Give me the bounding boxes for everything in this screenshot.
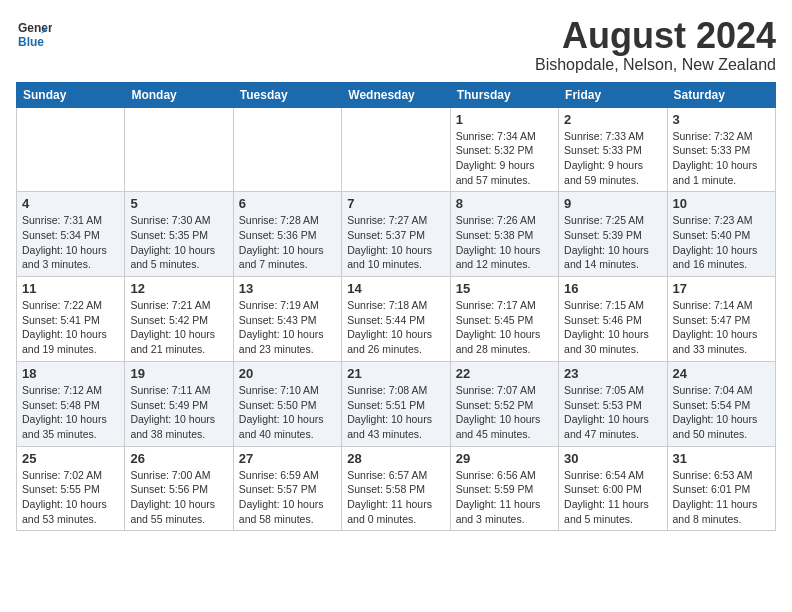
day-info: Sunrise: 6:57 AMSunset: 5:58 PMDaylight:… [347, 468, 444, 527]
day-number: 15 [456, 281, 553, 296]
day-info: Sunrise: 6:53 AMSunset: 6:01 PMDaylight:… [673, 468, 770, 527]
day-info: Sunrise: 7:33 AMSunset: 5:33 PMDaylight:… [564, 129, 661, 188]
table-row: 10Sunrise: 7:23 AMSunset: 5:40 PMDayligh… [667, 192, 775, 277]
table-row: 8Sunrise: 7:26 AMSunset: 5:38 PMDaylight… [450, 192, 558, 277]
day-number: 30 [564, 451, 661, 466]
day-number: 1 [456, 112, 553, 127]
table-row: 15Sunrise: 7:17 AMSunset: 5:45 PMDayligh… [450, 277, 558, 362]
day-number: 14 [347, 281, 444, 296]
table-row: 26Sunrise: 7:00 AMSunset: 5:56 PMDayligh… [125, 446, 233, 531]
day-number: 13 [239, 281, 336, 296]
header-monday: Monday [125, 82, 233, 107]
table-row: 20Sunrise: 7:10 AMSunset: 5:50 PMDayligh… [233, 361, 341, 446]
day-number: 23 [564, 366, 661, 381]
table-row: 11Sunrise: 7:22 AMSunset: 5:41 PMDayligh… [17, 277, 125, 362]
day-number: 26 [130, 451, 227, 466]
day-number: 17 [673, 281, 770, 296]
calendar-body: 1Sunrise: 7:34 AMSunset: 5:32 PMDaylight… [17, 107, 776, 531]
calendar-week-row: 4Sunrise: 7:31 AMSunset: 5:34 PMDaylight… [17, 192, 776, 277]
day-number: 10 [673, 196, 770, 211]
day-number: 5 [130, 196, 227, 211]
location-title: Bishopdale, Nelson, New Zealand [535, 56, 776, 74]
day-info: Sunrise: 7:32 AMSunset: 5:33 PMDaylight:… [673, 129, 770, 188]
calendar-week-row: 25Sunrise: 7:02 AMSunset: 5:55 PMDayligh… [17, 446, 776, 531]
table-row: 25Sunrise: 7:02 AMSunset: 5:55 PMDayligh… [17, 446, 125, 531]
day-info: Sunrise: 7:27 AMSunset: 5:37 PMDaylight:… [347, 213, 444, 272]
table-row: 28Sunrise: 6:57 AMSunset: 5:58 PMDayligh… [342, 446, 450, 531]
table-row: 23Sunrise: 7:05 AMSunset: 5:53 PMDayligh… [559, 361, 667, 446]
day-number: 24 [673, 366, 770, 381]
day-number: 6 [239, 196, 336, 211]
day-info: Sunrise: 7:05 AMSunset: 5:53 PMDaylight:… [564, 383, 661, 442]
table-row [342, 107, 450, 192]
day-info: Sunrise: 7:14 AMSunset: 5:47 PMDaylight:… [673, 298, 770, 357]
table-row: 22Sunrise: 7:07 AMSunset: 5:52 PMDayligh… [450, 361, 558, 446]
calendar-header-row: Sunday Monday Tuesday Wednesday Thursday… [17, 82, 776, 107]
day-number: 11 [22, 281, 119, 296]
table-row: 31Sunrise: 6:53 AMSunset: 6:01 PMDayligh… [667, 446, 775, 531]
day-info: Sunrise: 7:23 AMSunset: 5:40 PMDaylight:… [673, 213, 770, 272]
table-row: 7Sunrise: 7:27 AMSunset: 5:37 PMDaylight… [342, 192, 450, 277]
day-info: Sunrise: 7:07 AMSunset: 5:52 PMDaylight:… [456, 383, 553, 442]
table-row [125, 107, 233, 192]
day-info: Sunrise: 7:12 AMSunset: 5:48 PMDaylight:… [22, 383, 119, 442]
day-number: 16 [564, 281, 661, 296]
table-row: 30Sunrise: 6:54 AMSunset: 6:00 PMDayligh… [559, 446, 667, 531]
day-number: 25 [22, 451, 119, 466]
table-row: 16Sunrise: 7:15 AMSunset: 5:46 PMDayligh… [559, 277, 667, 362]
table-row: 18Sunrise: 7:12 AMSunset: 5:48 PMDayligh… [17, 361, 125, 446]
day-info: Sunrise: 7:11 AMSunset: 5:49 PMDaylight:… [130, 383, 227, 442]
day-number: 7 [347, 196, 444, 211]
logo-icon: General Blue [16, 16, 52, 52]
table-row: 24Sunrise: 7:04 AMSunset: 5:54 PMDayligh… [667, 361, 775, 446]
day-info: Sunrise: 7:30 AMSunset: 5:35 PMDaylight:… [130, 213, 227, 272]
day-info: Sunrise: 7:08 AMSunset: 5:51 PMDaylight:… [347, 383, 444, 442]
day-number: 31 [673, 451, 770, 466]
day-number: 27 [239, 451, 336, 466]
table-row: 5Sunrise: 7:30 AMSunset: 5:35 PMDaylight… [125, 192, 233, 277]
calendar-week-row: 1Sunrise: 7:34 AMSunset: 5:32 PMDaylight… [17, 107, 776, 192]
day-number: 4 [22, 196, 119, 211]
day-number: 20 [239, 366, 336, 381]
table-row: 12Sunrise: 7:21 AMSunset: 5:42 PMDayligh… [125, 277, 233, 362]
day-info: Sunrise: 7:04 AMSunset: 5:54 PMDaylight:… [673, 383, 770, 442]
table-row: 3Sunrise: 7:32 AMSunset: 5:33 PMDaylight… [667, 107, 775, 192]
table-row: 21Sunrise: 7:08 AMSunset: 5:51 PMDayligh… [342, 361, 450, 446]
calendar-week-row: 11Sunrise: 7:22 AMSunset: 5:41 PMDayligh… [17, 277, 776, 362]
day-info: Sunrise: 6:56 AMSunset: 5:59 PMDaylight:… [456, 468, 553, 527]
day-info: Sunrise: 7:21 AMSunset: 5:42 PMDaylight:… [130, 298, 227, 357]
month-title: August 2024 [535, 16, 776, 56]
table-row: 14Sunrise: 7:18 AMSunset: 5:44 PMDayligh… [342, 277, 450, 362]
day-info: Sunrise: 7:26 AMSunset: 5:38 PMDaylight:… [456, 213, 553, 272]
page-header: General Blue August 2024 Bishopdale, Nel… [16, 16, 776, 74]
day-info: Sunrise: 7:15 AMSunset: 5:46 PMDaylight:… [564, 298, 661, 357]
header-wednesday: Wednesday [342, 82, 450, 107]
day-info: Sunrise: 7:31 AMSunset: 5:34 PMDaylight:… [22, 213, 119, 272]
day-number: 8 [456, 196, 553, 211]
day-info: Sunrise: 7:00 AMSunset: 5:56 PMDaylight:… [130, 468, 227, 527]
day-info: Sunrise: 7:02 AMSunset: 5:55 PMDaylight:… [22, 468, 119, 527]
header-tuesday: Tuesday [233, 82, 341, 107]
day-number: 21 [347, 366, 444, 381]
day-number: 9 [564, 196, 661, 211]
table-row [17, 107, 125, 192]
day-number: 18 [22, 366, 119, 381]
table-row: 6Sunrise: 7:28 AMSunset: 5:36 PMDaylight… [233, 192, 341, 277]
day-number: 19 [130, 366, 227, 381]
header-thursday: Thursday [450, 82, 558, 107]
day-number: 28 [347, 451, 444, 466]
day-number: 12 [130, 281, 227, 296]
title-block: August 2024 Bishopdale, Nelson, New Zeal… [535, 16, 776, 74]
table-row: 9Sunrise: 7:25 AMSunset: 5:39 PMDaylight… [559, 192, 667, 277]
table-row: 2Sunrise: 7:33 AMSunset: 5:33 PMDaylight… [559, 107, 667, 192]
day-info: Sunrise: 7:25 AMSunset: 5:39 PMDaylight:… [564, 213, 661, 272]
day-number: 22 [456, 366, 553, 381]
table-row: 4Sunrise: 7:31 AMSunset: 5:34 PMDaylight… [17, 192, 125, 277]
day-info: Sunrise: 7:19 AMSunset: 5:43 PMDaylight:… [239, 298, 336, 357]
day-info: Sunrise: 6:59 AMSunset: 5:57 PMDaylight:… [239, 468, 336, 527]
table-row: 19Sunrise: 7:11 AMSunset: 5:49 PMDayligh… [125, 361, 233, 446]
table-row [233, 107, 341, 192]
calendar-week-row: 18Sunrise: 7:12 AMSunset: 5:48 PMDayligh… [17, 361, 776, 446]
day-info: Sunrise: 7:22 AMSunset: 5:41 PMDaylight:… [22, 298, 119, 357]
table-row: 27Sunrise: 6:59 AMSunset: 5:57 PMDayligh… [233, 446, 341, 531]
